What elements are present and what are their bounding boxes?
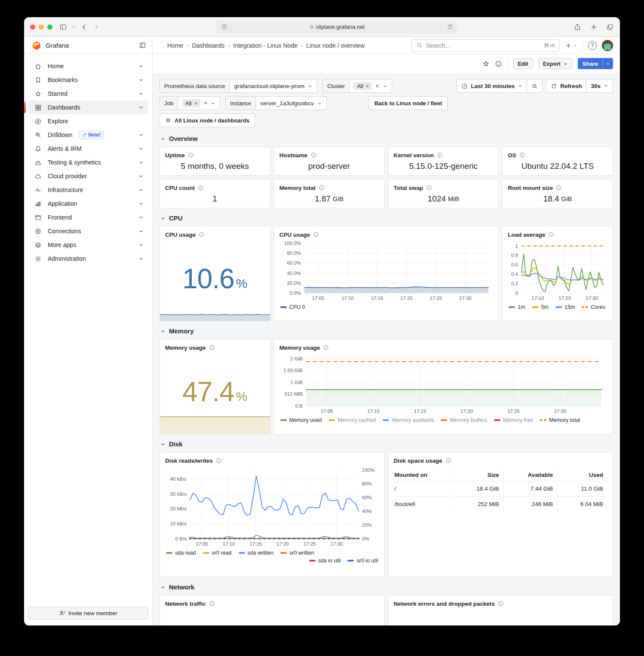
panel-title[interactable]: Kernel version	[394, 152, 434, 159]
breadcrumb-item[interactable]: Integration - Linux Node	[233, 42, 297, 49]
mega-menu-toggle-icon[interactable]	[139, 42, 146, 49]
panel-title[interactable]: CPU count	[165, 185, 195, 191]
sidebar-item-testing-synthetics[interactable]: Testing & synthetics	[28, 156, 148, 169]
forward-icon[interactable]	[92, 23, 100, 31]
legend-item-sda-read[interactable]: sda read	[166, 550, 196, 556]
help-icon[interactable]: ?	[588, 41, 597, 50]
panel-title[interactable]: Total swap	[394, 185, 423, 191]
new-tab-icon[interactable]	[590, 23, 598, 31]
legend-item-15m[interactable]: 15m	[555, 304, 575, 310]
legend-item-memory-used[interactable]: Memory used	[280, 417, 322, 423]
edit-button[interactable]: Edit	[513, 58, 533, 69]
panel-title[interactable]: Memory usage	[279, 345, 320, 351]
close-window-button[interactable]	[30, 24, 35, 30]
legend-item-sr0-read[interactable]: sr0 read	[203, 550, 232, 556]
info-icon[interactable]	[216, 458, 222, 464]
back-icon[interactable]	[80, 23, 88, 31]
refresh-interval-picker[interactable]: 30s	[586, 79, 613, 92]
panel-title[interactable]: Disk space usage	[394, 458, 442, 464]
panel-title[interactable]: Memory total	[279, 185, 316, 191]
info-icon[interactable]	[310, 152, 316, 158]
info-icon[interactable]	[556, 185, 562, 191]
back-to-fleet-button[interactable]: Back to Linux node / fleet	[369, 96, 448, 110]
share-menu-caret[interactable]	[603, 58, 613, 69]
legend-item-sda-written[interactable]: sda written	[239, 550, 273, 556]
search-input[interactable]: Search... ⌘+k	[411, 39, 560, 52]
sidebar-item-cloud-provider[interactable]: Cloud provider	[28, 169, 148, 183]
info-icon[interactable]	[319, 185, 325, 191]
all-dashboards-button[interactable]: All Linux node / dashboards	[159, 113, 255, 127]
section-cpu[interactable]: CPU	[160, 214, 613, 222]
panel-title[interactable]: CPU usage	[279, 232, 310, 238]
sidebar-item-bookmarks[interactable]: Bookmarks	[28, 73, 148, 87]
info-icon[interactable]	[188, 152, 194, 158]
sidebar-item-home[interactable]: Home	[28, 59, 148, 73]
section-disk[interactable]: Disk	[160, 440, 613, 448]
panel-title[interactable]: Network errors and dropped packets	[394, 601, 495, 607]
legend-item-memory-cached[interactable]: Memory cached	[328, 417, 376, 423]
legend-item-memory-buffers[interactable]: Memory buffers	[441, 417, 487, 423]
legend-item-cpu-0[interactable]: CPU 0	[280, 304, 305, 310]
info-icon[interactable]	[426, 185, 432, 191]
invite-new-member-button[interactable]: Invite new member	[28, 607, 148, 619]
clear-icon[interactable]: ×	[375, 82, 379, 89]
panel-title[interactable]: Hostname	[279, 152, 307, 159]
datasource-value[interactable]: grafanacloud-sliplane-prom	[230, 79, 317, 92]
info-icon[interactable]	[498, 601, 504, 607]
info-icon[interactable]	[198, 185, 204, 191]
time-range-picker[interactable]: Last 30 minutes	[457, 79, 527, 92]
sidebar-item-alerts-irm[interactable]: Alerts & IRM	[28, 142, 148, 156]
brand-name[interactable]: Grafana	[46, 42, 69, 49]
legend-item-5m[interactable]: 5m	[532, 304, 549, 310]
avatar[interactable]	[602, 40, 613, 51]
column-header[interactable]: Mounted on	[394, 469, 454, 481]
breadcrumb-item[interactable]: Linux node / overview	[306, 42, 364, 49]
sidebar-item-connections[interactable]: Connections	[28, 224, 148, 238]
share-page-icon[interactable]	[573, 23, 581, 31]
cluster-value[interactable]: All× ×	[350, 79, 391, 92]
legend-item-sr0-written[interactable]: sr0 written	[280, 550, 314, 556]
legend-item-1m[interactable]: 1m	[509, 304, 525, 310]
sidebar-toggle-icon[interactable]	[59, 23, 67, 31]
section-network[interactable]: Network	[160, 583, 613, 591]
legend-item-cores[interactable]: Cores	[582, 304, 605, 310]
remove-value-icon[interactable]: ×	[194, 100, 197, 107]
section-memory[interactable]: Memory	[160, 327, 613, 335]
info-icon[interactable]	[519, 152, 525, 158]
info-icon[interactable]	[209, 601, 215, 607]
panel-title[interactable]: Load average	[508, 232, 545, 238]
favorite-star-icon[interactable]	[482, 60, 490, 67]
minimize-window-button[interactable]	[39, 24, 44, 30]
info-icon[interactable]	[437, 152, 443, 158]
panel-title[interactable]: OS	[508, 152, 516, 159]
sidebar-item-infrastructure[interactable]: Infrastructure	[28, 183, 148, 197]
sidebar-item-explore[interactable]: Explore	[28, 114, 148, 128]
job-value[interactable]: All× ×	[178, 97, 220, 110]
sidebar-item-more-apps[interactable]: More apps	[28, 238, 148, 252]
instance-value[interactable]: server_1a3ufgsoibcv	[256, 97, 326, 110]
legend-item-sr0-io-util[interactable]: sr0 io util	[347, 558, 378, 564]
info-icon[interactable]	[323, 345, 329, 351]
refresh-button[interactable]: Refresh	[546, 79, 586, 92]
sidebar-item-application[interactable]: Application	[28, 197, 148, 211]
panel-title[interactable]: Network traffic	[165, 601, 206, 607]
legend-item-memory-total[interactable]: Memory total	[540, 417, 580, 423]
sidebar-item-dashboards[interactable]: Dashboards	[28, 101, 148, 114]
info-icon[interactable]	[445, 458, 451, 464]
legend-item-memory-free[interactable]: Memory free	[494, 417, 533, 423]
panel-title[interactable]: Memory usage	[165, 345, 206, 351]
info-icon[interactable]	[313, 232, 319, 238]
panel-title[interactable]: Disk reads/writes	[165, 458, 213, 464]
clear-icon[interactable]: ×	[204, 100, 207, 107]
zoom-out-time-button[interactable]	[527, 79, 542, 92]
sidebar-item-starred[interactable]: Starred	[28, 87, 148, 101]
sidebar-item-frontend[interactable]: Frontend	[28, 211, 148, 224]
legend-item-memory-available[interactable]: Memory available	[383, 417, 434, 423]
info-icon[interactable]	[199, 232, 205, 238]
breadcrumb-item[interactable]: Home	[167, 42, 183, 49]
panel-title[interactable]: CPU usage	[165, 232, 196, 238]
reload-icon[interactable]	[447, 24, 453, 30]
legend-item-sda-io-util[interactable]: sda io util	[309, 558, 341, 564]
remove-value-icon[interactable]: ×	[366, 83, 369, 89]
tab-overview-icon[interactable]	[606, 23, 614, 31]
